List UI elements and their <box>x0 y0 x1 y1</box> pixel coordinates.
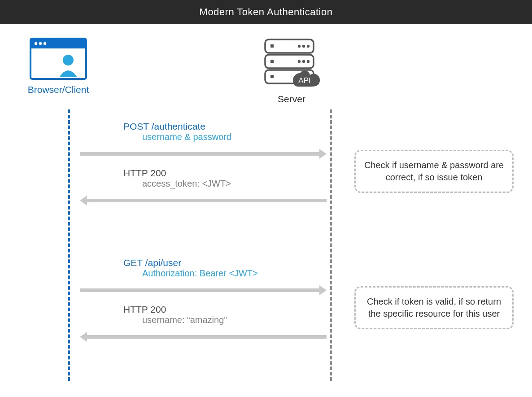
req1-body: username & password <box>142 132 330 142</box>
res2-status: HTTP 200 <box>123 304 330 315</box>
svg-point-12 <box>298 45 301 48</box>
svg-rect-10 <box>270 60 274 63</box>
lifeline-server <box>330 109 332 381</box>
svg-rect-9 <box>270 44 274 48</box>
page-title-bar: Modern Token Authentication <box>0 0 532 24</box>
server-note-1: Check if username & password are correct… <box>354 150 514 193</box>
api-badge-label: API <box>298 76 310 85</box>
svg-rect-1 <box>31 39 86 48</box>
browser-client-icon <box>30 38 87 80</box>
server-note-2: Check if token is valid, if so return th… <box>354 286 514 329</box>
lifeline-client <box>68 109 70 381</box>
svg-point-5 <box>63 55 74 65</box>
svg-point-3 <box>39 42 42 45</box>
message-res2-label: HTTP 200 username: “amazing” <box>123 304 330 325</box>
svg-point-17 <box>307 60 310 63</box>
req1-method-path: POST /authenticate <box>123 121 330 132</box>
arrow-res2 <box>80 334 327 340</box>
server-note-2-text: Check if token is valid, if so return th… <box>367 297 501 318</box>
req2-body: Authorization: Bearer <JWT> <box>142 268 330 279</box>
svg-point-14 <box>307 45 310 48</box>
message-req1-label: POST /authenticate username & password <box>123 121 330 142</box>
res2-body: username: “amazing” <box>142 315 330 325</box>
actor-client-label: Browser/Client <box>18 84 99 95</box>
svg-point-13 <box>302 45 305 48</box>
svg-point-4 <box>44 42 46 45</box>
arrow-req1 <box>80 151 327 157</box>
actor-server: API Server <box>251 38 332 105</box>
arrow-res1 <box>80 197 327 204</box>
arrow-req2 <box>80 287 327 293</box>
actor-client: Browser/Client <box>18 38 99 95</box>
message-res1-label: HTTP 200 access_token: <JWT> <box>123 168 330 189</box>
res1-body: access_token: <JWT> <box>142 179 330 189</box>
svg-point-15 <box>298 60 301 63</box>
message-req2-label: GET /api/user Authorization: Bearer <JWT… <box>123 257 330 279</box>
svg-point-2 <box>35 42 37 45</box>
page-title: Modern Token Authentication <box>200 6 333 18</box>
svg-point-16 <box>302 60 305 63</box>
server-note-1-text: Check if username & password are correct… <box>364 160 504 182</box>
sequence-diagram: Browser/Client API Server <box>0 24 532 397</box>
actor-server-label: Server <box>251 94 332 105</box>
svg-rect-11 <box>270 75 274 78</box>
server-api-icon: API <box>258 38 325 89</box>
req2-method-path: GET /api/user <box>123 257 330 268</box>
res1-status: HTTP 200 <box>123 168 330 179</box>
